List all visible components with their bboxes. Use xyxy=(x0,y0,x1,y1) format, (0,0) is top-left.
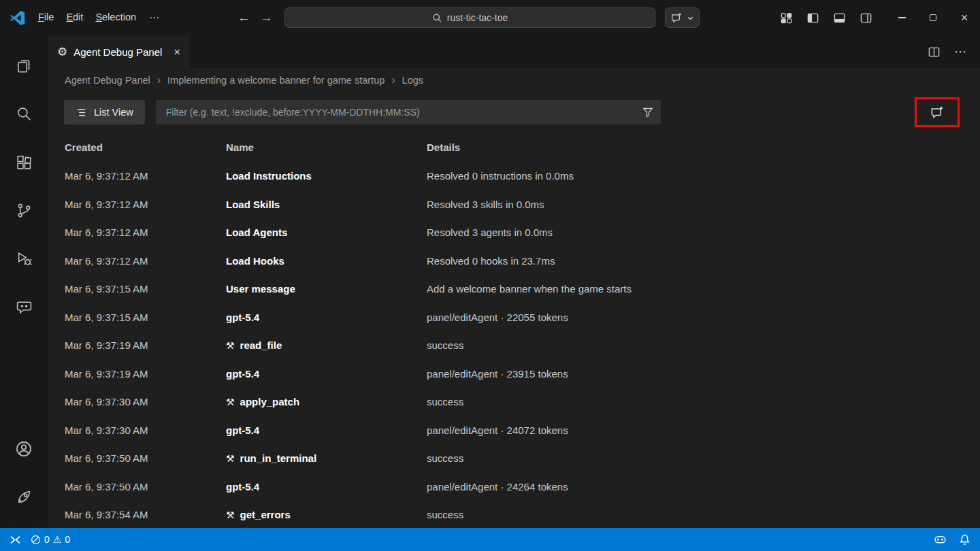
log-row[interactable]: Mar 6, 9:37:54 AM ⚒ get_errors success xyxy=(48,501,980,528)
activity-bar-bottom xyxy=(7,433,40,528)
log-row[interactable]: Mar 6, 9:37:15 AM gpt-5.4 panel/editAgen… xyxy=(48,303,980,332)
remote-indicator[interactable] xyxy=(10,534,21,546)
account-button[interactable] xyxy=(7,433,40,465)
errors-icon xyxy=(31,535,41,545)
cell-details: Resolved 0 hooks in 23.7ms xyxy=(427,255,980,267)
cell-details: panel/editAgent · 24264 tokens xyxy=(427,481,980,492)
cell-created: Mar 6, 9:37:12 AM xyxy=(65,199,226,210)
cell-details: Resolved 3 agents in 0.0ms xyxy=(427,227,980,238)
log-row[interactable]: Mar 6, 9:37:50 AM ⚒ run_in_terminal succ… xyxy=(48,444,980,473)
log-row[interactable]: Mar 6, 9:37:12 AM Load Skills Resolved 3… xyxy=(48,190,980,219)
cell-name: gpt-5.4 xyxy=(226,368,427,380)
toggle-panel-icon[interactable] xyxy=(833,12,846,24)
extensions-icon xyxy=(16,154,33,171)
cell-name-text: Load Hooks xyxy=(226,255,284,267)
cell-created: Mar 6, 9:37:12 AM xyxy=(65,255,226,267)
tab-close-icon[interactable]: × xyxy=(174,46,180,58)
tab-agent-debug-panel[interactable]: ⚙ Agent Debug Panel × xyxy=(48,35,190,68)
cell-created: Mar 6, 9:37:30 AM xyxy=(65,396,226,407)
menu-edit[interactable]: Edit xyxy=(60,8,89,27)
nav-back-icon[interactable]: ← xyxy=(238,10,250,25)
cell-name: Load Skills xyxy=(226,199,427,210)
cell-name-text: gpt-5.4 xyxy=(226,312,259,323)
cell-name-text: run_in_terminal xyxy=(240,452,317,464)
cell-details: Resolved 3 skills in 0.0ms xyxy=(427,199,980,210)
tool-icon: ⚒ xyxy=(226,340,235,351)
cell-name-text: Load Instructions xyxy=(226,170,312,182)
minimize-button[interactable] xyxy=(886,0,917,35)
nav-forward-icon[interactable]: → xyxy=(260,10,273,25)
maximize-button[interactable] xyxy=(917,0,949,35)
breadcrumb-separator-icon: › xyxy=(391,74,395,86)
title-bar: File Edit Selection ⋯ ← → rust-tic-tac-t… xyxy=(0,0,980,35)
search-value: rust-tic-tac-toe xyxy=(447,12,508,23)
editor-area: ⚙ Agent Debug Panel × ⋯ Agent Debug Pane… xyxy=(48,35,980,528)
cell-created: Mar 6, 9:37:15 AM xyxy=(65,312,226,323)
breadcrumb-item-panel[interactable]: Agent Debug Panel xyxy=(65,75,150,86)
cell-name: gpt-5.4 xyxy=(226,481,427,492)
errors-count: 0 xyxy=(44,534,50,545)
log-row[interactable]: Mar 6, 9:37:50 AM gpt-5.4 panel/editAgen… xyxy=(48,473,980,501)
open-chat-button[interactable] xyxy=(918,101,956,124)
header-name: Name xyxy=(226,141,427,153)
close-icon: × xyxy=(961,12,968,24)
account-icon xyxy=(15,440,33,458)
menu-file[interactable]: File xyxy=(32,8,60,27)
toggle-secondary-sidebar-icon[interactable] xyxy=(860,12,872,24)
search-icon xyxy=(432,13,442,23)
close-button[interactable]: × xyxy=(949,0,980,35)
split-editor-icon[interactable] xyxy=(928,46,941,59)
cell-details: Add a welcome banner when the game start… xyxy=(427,283,980,295)
cell-created: Mar 6, 9:37:50 AM xyxy=(65,481,226,492)
extensions-button[interactable] xyxy=(7,146,40,178)
chat-bubble-icon xyxy=(16,299,33,316)
customize-layout-icon[interactable] xyxy=(780,12,793,24)
log-row[interactable]: Mar 6, 9:37:12 AM Load Agents Resolved 3… xyxy=(48,218,980,247)
notifications-bell-icon[interactable] xyxy=(959,534,970,546)
source-control-button[interactable] xyxy=(7,194,40,227)
copilot-status-icon[interactable] xyxy=(934,533,947,546)
breadcrumb-item-logs[interactable]: Logs xyxy=(402,75,423,86)
log-row[interactable]: Mar 6, 9:37:30 AM ⚒ apply_patch success xyxy=(48,388,980,416)
menu-bar: File Edit Selection ⋯ xyxy=(32,8,166,27)
chat-sidebar-button[interactable] xyxy=(7,290,40,323)
explorer-button[interactable] xyxy=(7,49,40,82)
cell-created: Mar 6, 9:37:50 AM xyxy=(65,452,226,464)
log-row[interactable]: Mar 6, 9:37:19 AM gpt-5.4 panel/editAgen… xyxy=(48,360,980,388)
cell-name-text: gpt-5.4 xyxy=(226,481,259,492)
cell-name-text: apply_patch xyxy=(240,396,300,407)
editor-more-actions-icon[interactable]: ⋯ xyxy=(954,44,966,59)
rocket-button[interactable] xyxy=(7,480,40,513)
cell-details: success xyxy=(427,396,980,407)
filter-funnel-icon[interactable] xyxy=(642,107,653,118)
menu-selection[interactable]: Selection xyxy=(89,8,142,27)
toggle-primary-sidebar-icon[interactable] xyxy=(806,12,819,24)
breadcrumb-item-session[interactable]: Implementing a welcome banner for game s… xyxy=(167,75,385,86)
problems-indicator[interactable]: 0 ⚠ 0 xyxy=(31,534,70,545)
cell-name-text: gpt-5.4 xyxy=(226,368,259,380)
cell-created: Mar 6, 9:37:12 AM xyxy=(65,227,226,238)
tab-bar: ⚙ Agent Debug Panel × ⋯ xyxy=(48,35,980,68)
cell-details: panel/editAgent · 24072 tokens xyxy=(427,424,980,436)
log-row[interactable]: Mar 6, 9:37:15 AM User message Add a wel… xyxy=(48,275,980,303)
log-row[interactable]: Mar 6, 9:37:12 AM Load Instructions Reso… xyxy=(48,162,980,190)
menu-more-icon[interactable]: ⋯ xyxy=(142,8,166,27)
cell-details: success xyxy=(427,339,980,351)
layout-controls xyxy=(780,12,872,24)
cell-created: Mar 6, 9:37:19 AM xyxy=(65,339,226,351)
log-row[interactable]: Mar 6, 9:37:19 AM ⚒ read_file success xyxy=(48,331,980,360)
log-row[interactable]: Mar 6, 9:37:30 AM gpt-5.4 panel/editAgen… xyxy=(48,416,980,445)
cell-details: Resolved 0 instructions in 0.0ms xyxy=(427,170,980,182)
vscode-logo-icon xyxy=(10,10,25,26)
list-view-button[interactable]: List View xyxy=(64,100,145,124)
copilot-titlebar-button[interactable] xyxy=(665,7,700,28)
log-row[interactable]: Mar 6, 9:37:12 AM Load Hooks Resolved 0 … xyxy=(48,247,980,276)
run-debug-button[interactable] xyxy=(7,242,40,275)
vscode-window: File Edit Selection ⋯ ← → rust-tic-tac-t… xyxy=(0,0,980,551)
filter-input[interactable] xyxy=(165,106,642,118)
cell-name-text: Load Agents xyxy=(226,227,287,238)
breadcrumb: Agent Debug Panel › Implementing a welco… xyxy=(48,68,980,93)
cell-name: ⚒ run_in_terminal xyxy=(226,452,427,464)
command-center-search[interactable]: rust-tic-tac-toe xyxy=(284,7,655,28)
search-sidebar-button[interactable] xyxy=(7,97,40,130)
